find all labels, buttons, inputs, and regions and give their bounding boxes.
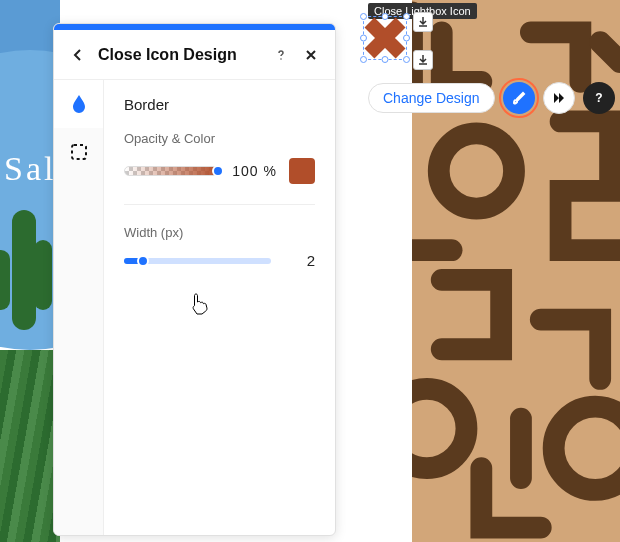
opacity-label: Opacity & Color [124, 131, 315, 146]
selection-box [363, 16, 407, 60]
animation-icon [550, 91, 568, 105]
svg-point-2 [412, 389, 466, 468]
section-title: Border [124, 96, 315, 113]
color-swatch[interactable] [289, 158, 315, 184]
width-label: Width (px) [124, 225, 315, 240]
svg-rect-5 [72, 145, 86, 159]
svg-point-4 [280, 58, 282, 60]
panel-content: Border Opacity & Color 100 % Width (px) … [104, 80, 335, 535]
resize-handle[interactable] [403, 13, 410, 20]
cactus-image [0, 210, 60, 340]
droplet-icon [70, 94, 88, 114]
svg-text:?: ? [595, 91, 602, 105]
tab-shape[interactable] [54, 128, 103, 176]
svg-point-1 [554, 407, 620, 490]
resize-handle[interactable] [403, 56, 410, 63]
resize-handle[interactable] [360, 35, 367, 42]
resize-handle[interactable] [382, 13, 389, 20]
panel-header: Close Icon Design [54, 30, 335, 80]
back-button[interactable] [68, 45, 88, 65]
selected-close-icon[interactable] [363, 16, 407, 60]
slider-thumb[interactable] [212, 165, 224, 177]
close-icon [304, 48, 318, 62]
opacity-value: 100 % [232, 163, 277, 179]
animation-button[interactable] [543, 82, 575, 114]
question-icon [274, 48, 288, 62]
resize-handle[interactable] [382, 56, 389, 63]
canvas-left-bg: Sal [0, 0, 60, 542]
dashed-square-icon [70, 143, 88, 161]
opacity-slider[interactable] [124, 166, 220, 176]
close-button[interactable] [301, 45, 321, 65]
help-button[interactable]: ? [583, 82, 615, 114]
resize-handle[interactable] [360, 13, 367, 20]
design-tool-button[interactable] [503, 82, 535, 114]
resize-handle[interactable] [403, 35, 410, 42]
help-button-panel[interactable] [271, 45, 291, 65]
resize-handle[interactable] [360, 56, 367, 63]
download-icon-button-2[interactable] [413, 50, 433, 70]
svg-point-0 [439, 133, 514, 208]
floating-toolbar: Change Design ? [368, 82, 615, 114]
change-design-button[interactable]: Change Design [368, 83, 495, 113]
brush-icon [511, 90, 527, 106]
width-slider[interactable] [124, 258, 271, 264]
fabric-image [0, 350, 60, 542]
question-icon: ? [594, 91, 604, 105]
chevron-left-icon [71, 48, 85, 62]
slider-thumb[interactable] [137, 255, 149, 267]
download-icon-button[interactable] [413, 12, 433, 32]
design-panel: Close Icon Design Border Opacity & Color… [53, 23, 336, 536]
tab-fill[interactable] [54, 80, 103, 128]
side-tabs [54, 80, 104, 535]
divider [124, 204, 315, 205]
panel-title: Close Icon Design [98, 46, 261, 64]
width-value: 2 [285, 252, 315, 269]
sale-text: Sal [4, 150, 56, 188]
